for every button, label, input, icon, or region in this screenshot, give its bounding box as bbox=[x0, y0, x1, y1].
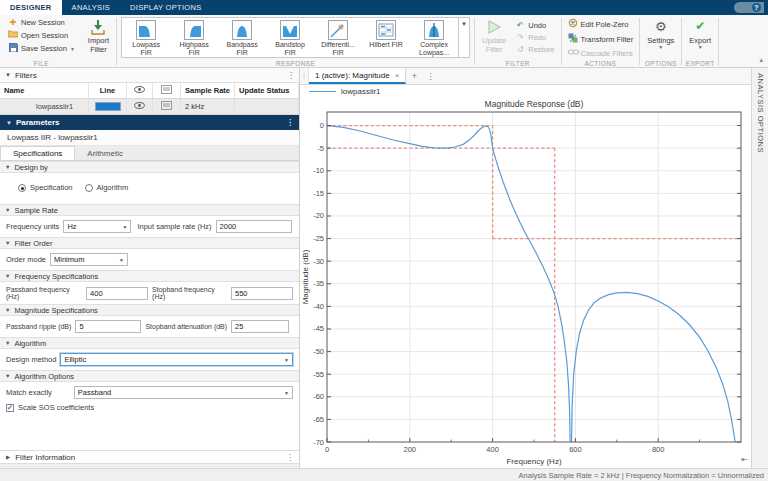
gear-icon: ⚙ bbox=[655, 18, 667, 35]
hilbert-fir-icon bbox=[376, 20, 396, 40]
redo-button[interactable]: ↷ Redo bbox=[513, 32, 548, 43]
collapse-triangle-icon: ▼ bbox=[5, 240, 10, 246]
parameters-panel-header[interactable]: ▼ Parameters ⋮ bbox=[0, 115, 299, 130]
parameters-menu-icon[interactable]: ⋮ bbox=[286, 118, 293, 127]
sample-rate-header[interactable]: ▼ Sample Rate bbox=[0, 204, 299, 216]
save-session-button[interactable]: Save Session ▼ bbox=[6, 42, 77, 55]
check-icon: ✔ bbox=[695, 18, 705, 35]
tab-specifications[interactable]: Specifications bbox=[0, 146, 75, 160]
save-session-caret-icon: ▼ bbox=[70, 47, 75, 51]
input-sample-rate-field[interactable] bbox=[216, 220, 292, 233]
close-tab-icon[interactable]: × bbox=[395, 71, 400, 80]
open-session-button[interactable]: Open Session bbox=[6, 29, 70, 41]
cascade-filters-button[interactable]: Cascade Filters bbox=[566, 47, 635, 59]
frequency-specs-header[interactable]: ▼ Frequency Specifications bbox=[0, 270, 299, 282]
pole-zero-icon bbox=[568, 18, 578, 30]
passband-ripple-field[interactable] bbox=[75, 320, 141, 333]
transform-filter-button[interactable]: Transform Filter bbox=[566, 32, 636, 46]
tab-analysis[interactable]: ANALYSIS bbox=[62, 0, 121, 15]
update-filter-icon bbox=[486, 18, 502, 35]
chevron-down-icon: ▼ bbox=[284, 357, 289, 363]
restore-button[interactable]: ↺ Restore bbox=[513, 44, 556, 55]
filters-table-header: Name Line Sample Rate Update Status bbox=[0, 83, 299, 99]
radio-specification[interactable] bbox=[18, 184, 26, 192]
collapse-triangle-icon: ▼ bbox=[5, 340, 10, 346]
stopband-frequency-field[interactable] bbox=[231, 287, 293, 300]
order-mode-select[interactable]: Minimum▼ bbox=[50, 253, 128, 266]
gallery-item-lowpass-fir[interactable]: LowpassFIR bbox=[122, 18, 170, 57]
magnitude-document-tab[interactable]: 1 (active): Magnitude × bbox=[309, 68, 406, 84]
update-filter-button[interactable]: Update Filter bbox=[479, 17, 509, 55]
gallery-item-hilbert-fir[interactable]: Hilbert FIR bbox=[362, 18, 410, 57]
highpass-fir-icon bbox=[184, 20, 204, 40]
filters-menu-icon[interactable]: ⋮ bbox=[287, 71, 294, 80]
magnitude-specs-header[interactable]: ▼ Magnitude Specifications bbox=[0, 304, 299, 316]
ribbon: ✚ New Session Open Session Save Session … bbox=[0, 15, 768, 68]
tab-designer[interactable]: DESIGNER bbox=[0, 0, 62, 15]
status-bar: Analysis Sample Rate = 2 kHz | Frequency… bbox=[0, 468, 768, 481]
algorithm-options-header[interactable]: ▼ Algorithm Options bbox=[0, 370, 299, 382]
design-method-select[interactable]: Elliptic▼ bbox=[60, 353, 293, 366]
magnitude-specs-body: Passband ripple (dB) Stopband attenuatio… bbox=[0, 316, 299, 337]
line-props-cell[interactable] bbox=[153, 99, 181, 114]
file-section-label: FILE bbox=[2, 60, 81, 67]
response-section: LowpassFIR HighpassFIR BandpassFIR Bands… bbox=[117, 16, 474, 67]
edit-pole-zero-button[interactable]: Edit Pole-Zero bbox=[566, 17, 631, 31]
document-menu-icon[interactable]: ⋮ bbox=[426, 72, 433, 81]
new-session-button[interactable]: ✚ New Session bbox=[6, 17, 67, 28]
new-tab-button[interactable]: + bbox=[406, 68, 422, 84]
undo-button[interactable]: ↶ Undo bbox=[513, 20, 548, 31]
gallery-item-highpass-fir[interactable]: HighpassFIR bbox=[170, 18, 218, 57]
collapse-ribbon-icon[interactable]: ▴ bbox=[759, 56, 763, 64]
svg-text:-65: -65 bbox=[313, 415, 324, 424]
algorithm-header[interactable]: ▼ Algorithm bbox=[0, 337, 299, 349]
gallery-item-complex-lowpass[interactable]: ComplexLowpas... bbox=[410, 18, 458, 57]
filter-order-header[interactable]: ▼ Filter Order bbox=[0, 237, 299, 249]
filter-information-menu-icon[interactable]: ⋮ bbox=[286, 453, 293, 462]
svg-text:800: 800 bbox=[652, 445, 665, 454]
radio-algorithm[interactable] bbox=[85, 184, 93, 192]
line-swatch-cell[interactable] bbox=[89, 99, 127, 114]
bandpass-fir-icon bbox=[232, 20, 252, 40]
tab-display-options[interactable]: DISPLAY OPTIONS bbox=[120, 0, 211, 15]
svg-text:0: 0 bbox=[325, 445, 329, 454]
export-button[interactable]: ✔ Export ▼ bbox=[686, 17, 714, 50]
settings-button[interactable]: ⚙ Settings ▼ bbox=[644, 17, 677, 50]
left-panel: ▼ Filters ⋮ Name Line Sample Rate Update… bbox=[0, 68, 300, 468]
visibility-cell[interactable] bbox=[127, 99, 153, 114]
svg-text:-5: -5 bbox=[317, 144, 324, 153]
analysis-options-strip[interactable]: ANALYSIS OPTIONS bbox=[751, 68, 768, 468]
help-button[interactable]: ? bbox=[734, 2, 764, 13]
ribbon-divider bbox=[718, 18, 719, 65]
settings-caret-icon: ▼ bbox=[658, 45, 663, 49]
match-exactly-select[interactable]: Passband▼ bbox=[74, 386, 293, 399]
filter-row-lowpassiir1[interactable]: lowpassiir1 2 kHz bbox=[0, 99, 299, 115]
gallery-item-differentiator-fir[interactable]: Differenti...FIR bbox=[314, 18, 362, 57]
frequency-units-select[interactable]: Hz▼ bbox=[63, 220, 131, 233]
dock-figure-icon[interactable]: ⇤ bbox=[741, 455, 748, 464]
undo-icon: ↶ bbox=[515, 22, 525, 30]
filter-information-header[interactable]: ▶ Filter Information ⋮ bbox=[0, 450, 299, 464]
collapse-triangle-icon: ▼ bbox=[5, 373, 10, 379]
legend-line-sample bbox=[309, 91, 336, 92]
complex-lowpass-icon bbox=[424, 20, 444, 40]
design-by-header[interactable]: ▼ Design by bbox=[0, 161, 299, 173]
passband-frequency-field[interactable] bbox=[86, 287, 148, 300]
collapse-triangle-icon: ▼ bbox=[6, 120, 12, 126]
gallery-item-bandpass-fir[interactable]: BandpassFIR bbox=[218, 18, 266, 57]
frequency-specs-body: Passband frequency (Hz) Stopband frequen… bbox=[0, 282, 299, 304]
tab-arithmetic[interactable]: Arithmetic bbox=[75, 146, 135, 160]
filter-section-label: FILTER bbox=[475, 60, 560, 67]
import-filter-button[interactable]: Import Filter bbox=[85, 17, 112, 55]
file-section: ✚ New Session Open Session Save Session … bbox=[2, 16, 81, 67]
gallery-item-bandstop-fir[interactable]: BandstopFIR bbox=[266, 18, 314, 57]
eye-icon bbox=[134, 102, 145, 111]
gallery-dropdown-button[interactable]: ▼ bbox=[458, 18, 469, 57]
stopband-attenuation-field[interactable] bbox=[231, 320, 289, 333]
tab-grip-icon[interactable]: ⁞ bbox=[300, 68, 309, 84]
match-exactly-body: Match exactly Passband▼ bbox=[0, 382, 299, 403]
svg-text:-10: -10 bbox=[313, 166, 324, 175]
scale-sos-checkbox[interactable]: ✓ bbox=[6, 404, 14, 412]
filters-panel-header[interactable]: ▼ Filters ⋮ bbox=[0, 68, 299, 83]
plot-legend: lowpassiir1 bbox=[300, 85, 751, 98]
